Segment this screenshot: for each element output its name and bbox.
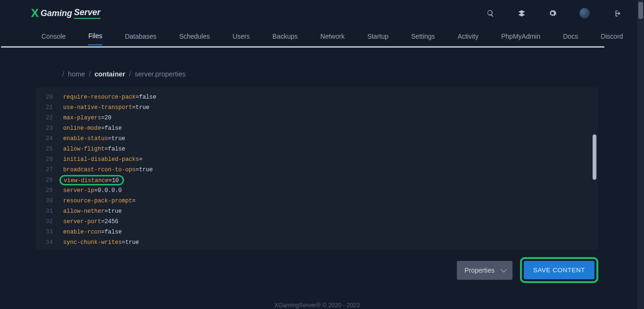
- editor-controls: Properties SAVE CONTENT: [0, 250, 634, 283]
- code-line[interactable]: allow-flight=false: [63, 144, 592, 154]
- line-number: 32: [36, 217, 53, 227]
- tab-files[interactable]: Files: [88, 27, 102, 45]
- loading-bar: [1, 46, 604, 48]
- tab-settings[interactable]: Settings: [411, 28, 435, 45]
- code-editor[interactable]: 202122232425262728293031323334 require-r…: [36, 87, 598, 250]
- line-number: 25: [36, 144, 53, 154]
- line-number: 30: [36, 196, 53, 206]
- editor-scrollbar[interactable]: [593, 134, 596, 180]
- top-icon-bar: [486, 8, 621, 18]
- breadcrumb-part[interactable]: home: [68, 70, 85, 78]
- page-scrollbar-track[interactable]: [637, 0, 644, 309]
- save-content-button[interactable]: SAVE CONTENT: [524, 261, 594, 279]
- settings-icon[interactable]: [548, 9, 557, 17]
- code-line[interactable]: online-mode=false: [63, 123, 592, 134]
- footer-text: XGamingServer® © 2020 - 2023: [0, 283, 634, 309]
- breadcrumb-separator: /: [89, 70, 91, 78]
- tab-console[interactable]: Console: [41, 28, 66, 45]
- syntax-mode-label: Properties: [464, 267, 495, 274]
- code-line[interactable]: enable-rcon=false: [63, 227, 592, 237]
- logo-mark-icon: X: [31, 7, 38, 20]
- code-line[interactable]: enable-status=true: [63, 134, 592, 144]
- highlighted-line: view-distance=10: [59, 175, 124, 185]
- logo-text-server: Server: [74, 8, 100, 19]
- line-number: 34: [36, 237, 53, 248]
- code-line[interactable]: sync-chunk-writes=true: [63, 237, 592, 248]
- avatar[interactable]: [579, 8, 590, 18]
- page-scrollbar-thumb[interactable]: [638, 2, 643, 19]
- line-number: 31: [36, 206, 53, 217]
- line-number: 27: [36, 165, 53, 175]
- tab-discord[interactable]: Discord: [601, 28, 623, 45]
- line-number: 29: [36, 185, 53, 196]
- code-line[interactable]: initial-disabled-packs=: [63, 154, 592, 165]
- tab-docs[interactable]: Docs: [563, 28, 578, 45]
- breadcrumb-separator: /: [129, 70, 131, 78]
- editor-gutter: 202122232425262728293031323334: [36, 87, 58, 250]
- sign-out-icon[interactable]: [612, 9, 621, 17]
- tab-phpmyadmin[interactable]: PhpMyAdmin: [501, 28, 540, 45]
- tab-schedules[interactable]: Schedules: [179, 28, 210, 45]
- nav-tabs: ConsoleFilesDatabasesSchedulesUsersBacku…: [0, 26, 634, 46]
- topbar: X Gaming Server: [0, 0, 634, 26]
- editor-code[interactable]: require-resource-pack=falseuse-native-tr…: [58, 87, 592, 250]
- code-line[interactable]: server-ip=0.0.0.0: [63, 185, 592, 196]
- tab-backups[interactable]: Backups: [272, 28, 298, 45]
- code-line[interactable]: server-port=2456: [63, 217, 592, 227]
- line-number: 23: [36, 123, 53, 134]
- code-line[interactable]: view-distance=10: [63, 175, 592, 185]
- code-line[interactable]: allow-nether=true: [63, 206, 592, 217]
- line-number: 28: [36, 175, 53, 185]
- breadcrumb: / home / container / server.properties: [0, 48, 634, 87]
- tab-databases[interactable]: Databases: [125, 28, 157, 45]
- tab-startup[interactable]: Startup: [367, 28, 388, 45]
- code-line[interactable]: use-native-transport=true: [63, 102, 592, 113]
- tab-users[interactable]: Users: [232, 28, 250, 45]
- tab-network[interactable]: Network: [321, 28, 345, 45]
- line-number: 22: [36, 113, 53, 123]
- breadcrumb-part: server.properties: [135, 70, 186, 78]
- line-number: 33: [36, 227, 53, 237]
- tab-activity[interactable]: Activity: [458, 28, 479, 45]
- breadcrumb-part[interactable]: container: [94, 70, 125, 78]
- save-button-highlight: SAVE CONTENT: [520, 257, 598, 283]
- line-number: 21: [36, 102, 53, 113]
- layers-icon[interactable]: [517, 9, 526, 17]
- search-icon[interactable]: [486, 9, 495, 17]
- line-number: 24: [36, 134, 53, 144]
- breadcrumb-separator: /: [62, 70, 64, 78]
- code-line[interactable]: resource-pack-prompt=: [63, 196, 592, 206]
- code-line[interactable]: require-resource-pack=false: [63, 92, 592, 102]
- line-number: 20: [36, 92, 53, 102]
- code-line[interactable]: broadcast-rcon-to-ops=true: [63, 165, 592, 175]
- line-number: 26: [36, 154, 53, 165]
- logo-text-gaming: Gaming: [41, 8, 72, 18]
- logo[interactable]: X Gaming Server: [31, 7, 100, 20]
- code-line[interactable]: max-players=20: [63, 113, 592, 123]
- syntax-mode-select[interactable]: Properties: [457, 261, 512, 280]
